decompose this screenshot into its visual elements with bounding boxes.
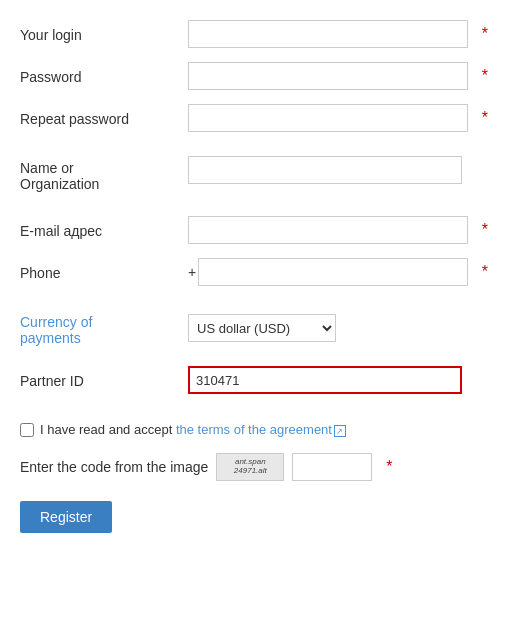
currency-label-block: Currency of payments — [20, 310, 180, 346]
partner-id-label: Partner ID — [20, 371, 180, 389]
captcha-input[interactable] — [292, 453, 372, 481]
currency-row: Currency of payments US dollar (USD) Eur… — [20, 310, 488, 346]
captcha-row: Enter the code from the image ant.span24… — [20, 453, 488, 481]
email-label: E-mail адрес — [20, 221, 180, 239]
phone-prefix: + — [188, 264, 196, 280]
phone-required: * — [482, 264, 488, 280]
name-input-wrap — [188, 156, 462, 184]
repeat-password-input-wrap — [188, 104, 468, 132]
repeat-password-input[interactable] — [188, 104, 468, 132]
captcha-image: ant.span24971.alt — [216, 453, 284, 481]
name-row: Name or Organization — [20, 156, 488, 192]
email-input-wrap — [188, 216, 468, 244]
login-required: * — [482, 26, 488, 42]
phone-row: Phone + * — [20, 258, 488, 286]
currency-select[interactable]: US dollar (USD) Euro (EUR) British Pound… — [188, 314, 336, 342]
name-label-line1: Name or — [20, 160, 180, 176]
name-label-block: Name or Organization — [20, 156, 180, 192]
repeat-password-required: * — [482, 110, 488, 126]
login-row: Your login * — [20, 20, 488, 48]
partner-id-input-wrap — [188, 366, 462, 394]
login-input-wrap — [188, 20, 468, 48]
login-input[interactable] — [188, 20, 468, 48]
phone-input-wrap: + — [188, 258, 468, 286]
captcha-label: Enter the code from the image — [20, 459, 208, 475]
currency-label-line1: Currency of — [20, 314, 180, 330]
terms-label: I have read and accept the terms of the … — [40, 422, 346, 437]
currency-label-line2: payments — [20, 330, 180, 346]
phone-label: Phone — [20, 263, 180, 281]
terms-text-before: I have read and accept — [40, 422, 176, 437]
repeat-password-row: Repeat password * — [20, 104, 488, 132]
password-input-wrap — [188, 62, 468, 90]
captcha-required: * — [386, 459, 392, 475]
ext-link-icon: ↗ — [334, 425, 346, 437]
password-row: Password * — [20, 62, 488, 90]
email-input[interactable] — [188, 216, 468, 244]
email-required: * — [482, 222, 488, 238]
captcha-image-text: ant.span24971.alt — [234, 458, 267, 476]
register-button-row: Register — [20, 501, 488, 533]
password-label: Password — [20, 67, 180, 85]
terms-checkbox[interactable] — [20, 423, 34, 437]
terms-link[interactable]: the terms of the agreement — [176, 422, 332, 437]
repeat-password-label: Repeat password — [20, 109, 180, 127]
password-input[interactable] — [188, 62, 468, 90]
password-required: * — [482, 68, 488, 84]
terms-row: I have read and accept the terms of the … — [20, 422, 488, 437]
login-label: Your login — [20, 25, 180, 43]
register-button[interactable]: Register — [20, 501, 112, 533]
email-row: E-mail адрес * — [20, 216, 488, 244]
phone-input[interactable] — [198, 258, 468, 286]
name-input[interactable] — [188, 156, 462, 184]
partner-id-row: Partner ID — [20, 366, 488, 394]
partner-id-input[interactable] — [188, 366, 462, 394]
name-label-line2: Organization — [20, 176, 180, 192]
currency-select-wrap: US dollar (USD) Euro (EUR) British Pound… — [188, 314, 336, 342]
